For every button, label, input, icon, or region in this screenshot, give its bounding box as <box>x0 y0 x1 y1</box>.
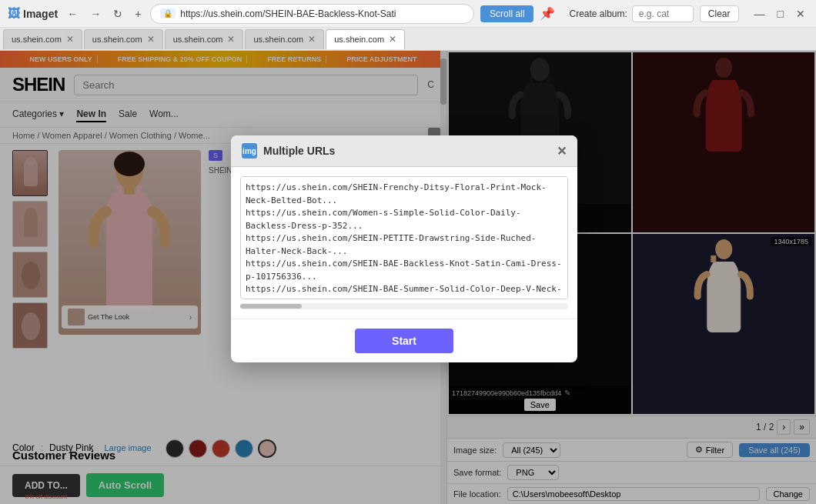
tab-2-close[interactable]: ✕ <box>147 34 155 45</box>
create-album-input[interactable] <box>632 5 694 22</box>
tab-3[interactable]: us.shein.com ✕ <box>165 29 244 49</box>
pin-icon[interactable]: 📌 <box>540 6 555 21</box>
url-textarea[interactable]: https://us.shein.com/SHEIN-Frenchy-Ditsy… <box>240 176 568 299</box>
main-area: NEW USERS ONLY FREE SHIPPING & 20% OFF C… <box>0 51 816 504</box>
forward-button[interactable]: → <box>87 6 104 22</box>
url-bar[interactable]: 🔒 https://us.shein.com/SHEIN-BAE-Backles… <box>150 4 474 24</box>
tab-5[interactable]: us.shein.com ✕ <box>326 29 405 49</box>
url-text: https://us.shein.com/SHEIN-BAE-Backless-… <box>180 8 396 19</box>
tab-4-close[interactable]: ✕ <box>308 34 316 45</box>
app-title: Imaget <box>23 8 58 20</box>
new-tab-button[interactable]: + <box>132 6 144 22</box>
browser-titlebar: 🖼 Imaget ← → ↻ + 🔒 https://us.shein.com/… <box>0 0 816 28</box>
modal-icon: img <box>242 143 257 159</box>
tab-1-close[interactable]: ✕ <box>66 34 74 45</box>
modal-scrollbar-thumb[interactable] <box>240 304 302 309</box>
tab-5-close[interactable]: ✕ <box>389 34 396 45</box>
modal-title-row: img Multiple URLs <box>242 143 335 159</box>
modal-footer: Start <box>231 319 577 362</box>
create-album-section: Create album: <box>569 5 693 22</box>
create-album-label: Create album: <box>569 8 627 19</box>
modal-overlay: img Multiple URLs ✕ https://us.shein.com… <box>0 51 816 504</box>
app-icon: 🖼 Imaget <box>8 7 58 21</box>
tab-1[interactable]: us.shein.com ✕ <box>3 29 82 49</box>
modal-header: img Multiple URLs ✕ <box>231 135 577 167</box>
tabs-bar: us.shein.com ✕ us.shein.com ✕ us.shein.c… <box>0 28 816 51</box>
modal-title: Multiple URLs <box>263 145 335 157</box>
modal-close-button[interactable]: ✕ <box>557 144 567 159</box>
tab-1-label: us.shein.com <box>12 35 62 44</box>
tab-3-close[interactable]: ✕ <box>227 34 235 45</box>
tab-4[interactable]: us.shein.com ✕ <box>245 29 324 49</box>
modal-body: https://us.shein.com/SHEIN-Frenchy-Ditsy… <box>231 167 577 319</box>
multiple-urls-modal: img Multiple URLs ✕ https://us.shein.com… <box>231 135 577 362</box>
tab-2[interactable]: us.shein.com ✕ <box>84 29 163 49</box>
start-button[interactable]: Start <box>355 329 453 353</box>
reload-button[interactable]: ↻ <box>110 6 125 22</box>
tab-2-label: us.shein.com <box>92 35 142 44</box>
modal-scrollbar[interactable] <box>240 303 568 309</box>
back-button[interactable]: ← <box>64 6 81 22</box>
minimize-button[interactable]: — <box>751 6 768 22</box>
clear-button[interactable]: Clear <box>700 5 739 22</box>
close-window-button[interactable]: ✕ <box>793 6 808 22</box>
tab-5-label: us.shein.com <box>334 35 384 44</box>
scroll-all-button[interactable]: Scroll all <box>480 5 533 22</box>
tab-4-label: us.shein.com <box>253 35 303 44</box>
maximize-button[interactable]: □ <box>774 6 787 22</box>
tab-3-label: us.shein.com <box>173 35 223 44</box>
